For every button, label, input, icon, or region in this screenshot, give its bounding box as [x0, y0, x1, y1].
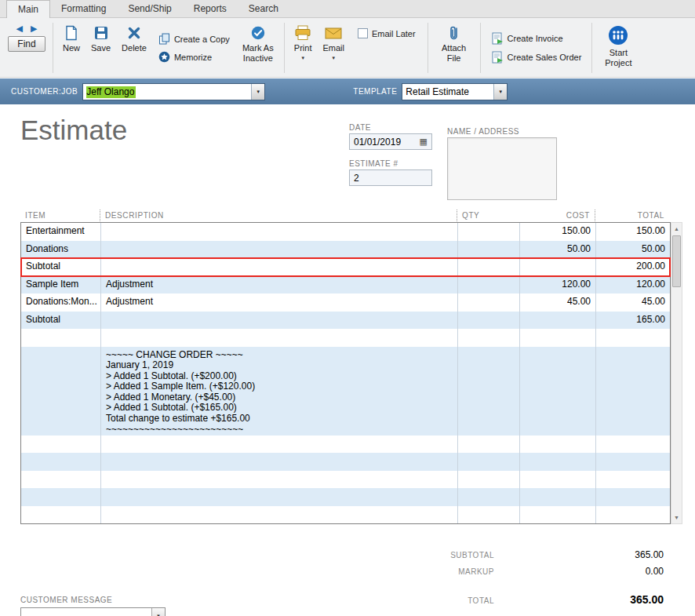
cell-total[interactable]: [595, 471, 670, 489]
template-dropdown-arrow-icon[interactable]: ▼: [493, 84, 507, 100]
calendar-icon[interactable]: ▦: [420, 137, 428, 146]
cell-qty[interactable]: [457, 471, 519, 489]
email-caret-icon[interactable]: ▼: [331, 56, 336, 60]
cell-cost[interactable]: 50.00: [519, 241, 595, 259]
date-input[interactable]: 01/01/2019 ▦: [349, 133, 432, 150]
cell-qty[interactable]: [457, 241, 519, 259]
cell-item[interactable]: [21, 347, 100, 436]
table-row[interactable]: [21, 488, 670, 506]
cell-description[interactable]: [100, 312, 457, 330]
cell-description[interactable]: [100, 471, 457, 489]
cell-description[interactable]: ~~~~~ CHANGE ORDER ~~~~~ January 1, 2019…: [100, 347, 457, 436]
tab-formatting[interactable]: Formatting: [50, 0, 117, 17]
table-row[interactable]: Donations:Mon...Adjustment45.0045.00: [21, 293, 670, 312]
email-later-option[interactable]: Email Later: [350, 20, 424, 38]
cell-qty[interactable]: [457, 276, 519, 294]
cell-qty[interactable]: [457, 436, 519, 454]
cell-total[interactable]: 50.00: [595, 241, 670, 259]
scroll-down-icon[interactable]: ▼: [671, 512, 682, 523]
customer-job-dropdown[interactable]: Jeff Olango ▼: [82, 83, 265, 100]
cell-qty[interactable]: [457, 223, 519, 241]
cell-qty[interactable]: [457, 258, 519, 276]
cell-cost[interactable]: 45.00: [519, 293, 595, 312]
column-header-qty[interactable]: QTY: [457, 210, 519, 221]
cell-cost[interactable]: 120.00: [519, 276, 595, 294]
cell-total[interactable]: [595, 453, 670, 471]
cell-description[interactable]: [100, 329, 457, 347]
column-header-description[interactable]: DESCRIPTION: [100, 210, 457, 221]
cell-item[interactable]: [21, 488, 100, 506]
cell-description[interactable]: Adjustment: [100, 276, 457, 294]
cell-cost[interactable]: [519, 453, 595, 471]
cell-item[interactable]: [21, 471, 100, 489]
cell-cost[interactable]: [519, 471, 595, 489]
table-row[interactable]: Donations50.0050.00: [21, 241, 670, 259]
cell-item[interactable]: [21, 506, 100, 524]
table-row[interactable]: [21, 329, 670, 347]
attach-file-button[interactable]: Attach File: [432, 20, 476, 75]
print-button[interactable]: Print ▼: [289, 20, 318, 75]
tab-main[interactable]: Main: [6, 0, 50, 18]
customer-dropdown-arrow-icon[interactable]: ▼: [251, 84, 264, 100]
table-row[interactable]: [21, 471, 670, 489]
cell-item[interactable]: [21, 453, 100, 471]
cell-cost[interactable]: [519, 312, 595, 330]
back-arrow-icon[interactable]: ◀: [16, 24, 23, 33]
cell-item[interactable]: Entertainment: [21, 223, 100, 241]
cell-item[interactable]: Subtotal: [21, 258, 100, 276]
cell-qty[interactable]: [457, 347, 519, 436]
cell-cost[interactable]: [519, 436, 595, 454]
cell-description[interactable]: [100, 436, 457, 454]
email-later-checkbox[interactable]: [358, 28, 368, 38]
cell-cost[interactable]: [519, 347, 595, 436]
cell-total[interactable]: 150.00: [595, 223, 670, 241]
table-row[interactable]: [21, 436, 670, 454]
cell-qty[interactable]: [457, 312, 519, 330]
save-button[interactable]: Save: [86, 20, 116, 75]
mark-as-inactive-button[interactable]: Mark As Inactive: [236, 20, 280, 75]
cell-item[interactable]: [21, 329, 100, 347]
cell-total[interactable]: 45.00: [595, 293, 670, 312]
create-copy-button[interactable]: Create a Copy: [158, 33, 230, 45]
scrollbar-thumb[interactable]: [672, 235, 681, 287]
cell-description[interactable]: [100, 453, 457, 471]
email-button[interactable]: Email ▼: [317, 20, 350, 75]
column-header-total[interactable]: TOTAL: [595, 210, 669, 221]
tab-reports[interactable]: Reports: [183, 0, 238, 17]
forward-arrow-icon[interactable]: ▶: [31, 24, 37, 33]
estimate-number-input[interactable]: 2: [349, 169, 432, 186]
table-row[interactable]: Subtotal165.00: [21, 312, 670, 330]
cell-item[interactable]: Sample Item: [21, 276, 100, 294]
cell-cost[interactable]: 150.00: [519, 223, 595, 241]
column-header-item[interactable]: ITEM: [20, 210, 100, 221]
table-row[interactable]: [21, 506, 670, 524]
cell-item[interactable]: Donations: [21, 241, 100, 259]
cell-total[interactable]: 200.00: [595, 258, 670, 276]
cell-qty[interactable]: [457, 329, 519, 347]
table-scrollbar[interactable]: ▲ ▼: [671, 222, 682, 524]
memorize-button[interactable]: Memorize: [158, 51, 230, 63]
cell-cost[interactable]: [519, 329, 595, 347]
cell-total[interactable]: [595, 347, 670, 436]
cell-cost[interactable]: [519, 488, 595, 506]
cell-qty[interactable]: [457, 453, 519, 471]
cell-item[interactable]: [21, 436, 100, 454]
cell-total[interactable]: 165.00: [595, 312, 670, 330]
cell-description[interactable]: [100, 241, 457, 259]
cell-description[interactable]: [100, 258, 457, 276]
customer-job-value[interactable]: Jeff Olango: [83, 84, 251, 100]
tab-search[interactable]: Search: [238, 0, 289, 17]
name-address-box[interactable]: [447, 137, 557, 200]
cell-item[interactable]: Subtotal: [21, 312, 100, 330]
cell-total[interactable]: 120.00: [595, 276, 670, 294]
delete-button[interactable]: Delete: [116, 20, 152, 75]
table-row[interactable]: ~~~~~ CHANGE ORDER ~~~~~ January 1, 2019…: [21, 347, 670, 436]
table-row[interactable]: [21, 453, 670, 471]
cell-qty[interactable]: [457, 506, 519, 524]
create-sales-order-button[interactable]: Create Sales Order: [491, 51, 582, 64]
new-button[interactable]: New: [57, 20, 86, 75]
tab-send-ship[interactable]: Send/Ship: [117, 0, 182, 17]
cell-total[interactable]: [595, 329, 670, 347]
cell-description[interactable]: [100, 223, 457, 241]
scroll-up-icon[interactable]: ▲: [671, 223, 682, 235]
